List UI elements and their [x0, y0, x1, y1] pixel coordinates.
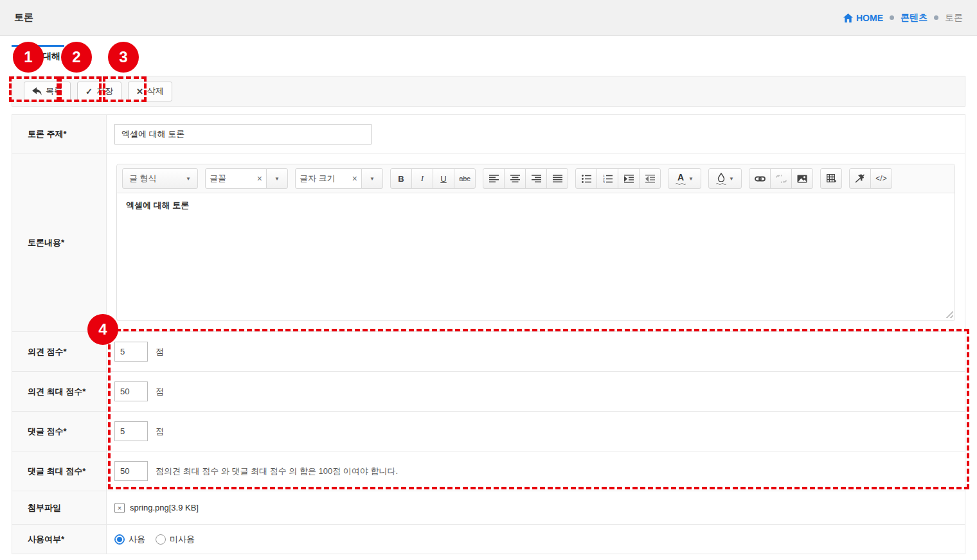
- align-right-button[interactable]: [525, 168, 547, 189]
- list-button-label: 목록: [46, 85, 62, 97]
- breadcrumb-separator-icon: [890, 15, 894, 20]
- opinion-max-score-label: 의견 최대 점수*: [12, 372, 107, 411]
- font-size-dropdown[interactable]: ▼: [361, 168, 383, 189]
- comment-max-score-unit: 점: [156, 466, 164, 477]
- comment-score-input[interactable]: [114, 421, 148, 441]
- usage-option-use[interactable]: 사용: [114, 534, 145, 545]
- strikethrough-button[interactable]: abc: [454, 168, 476, 189]
- usage-option-unuse[interactable]: 미사용: [156, 534, 195, 545]
- comment-score-label: 댓글 점수*: [12, 412, 107, 451]
- unlink-icon: [776, 175, 787, 183]
- highlight-color-dropdown[interactable]: ▼: [708, 168, 742, 189]
- radio-selected-icon[interactable]: [114, 534, 125, 545]
- svg-text:3: 3: [603, 180, 605, 183]
- tab-discussion-title[interactable]: 엑셀에 대해: [12, 45, 64, 68]
- opinion-score-label: 의견 점수*: [12, 332, 107, 371]
- numbered-list-button[interactable]: 123: [596, 168, 618, 189]
- action-toolbar: 목록 ✓ 저장 ✕ 삭제: [12, 76, 965, 107]
- paragraph-format-label: 글 형식: [129, 173, 157, 184]
- breadcrumb-separator-icon: [934, 15, 938, 20]
- align-center-icon: [510, 175, 520, 183]
- delete-button[interactable]: ✕ 삭제: [128, 82, 172, 101]
- underline-button[interactable]: U: [433, 168, 454, 189]
- align-left-button[interactable]: [483, 168, 505, 189]
- clear-font-icon[interactable]: ×: [257, 173, 262, 184]
- bullet-list-button[interactable]: [575, 168, 597, 189]
- outdent-button[interactable]: [639, 168, 661, 189]
- font-size-label: 글자 크기: [300, 173, 336, 184]
- topic-label: 토론 주제*: [12, 115, 107, 153]
- indent-button[interactable]: [618, 168, 640, 189]
- opinion-score-input[interactable]: [114, 342, 148, 362]
- attachment-delete-icon[interactable]: ×: [114, 503, 125, 513]
- font-color-icon: A: [676, 173, 686, 185]
- editor-content[interactable]: 엑셀에 대해 토론: [117, 193, 955, 319]
- code-view-button[interactable]: </>: [870, 168, 892, 189]
- usage-label: 사용여부*: [12, 525, 107, 554]
- paragraph-format-dropdown[interactable]: 글 형식 ▼: [122, 168, 198, 189]
- resize-handle[interactable]: [944, 309, 953, 318]
- comment-score-row: 댓글 점수* 점: [12, 412, 965, 451]
- opinion-max-score-unit: 점: [156, 386, 164, 398]
- list-button[interactable]: 목록: [24, 82, 71, 101]
- font-family-dropdown[interactable]: ▼: [266, 168, 288, 189]
- italic-button[interactable]: I: [411, 168, 433, 189]
- chevron-down-icon: ▼: [370, 176, 375, 182]
- bullet-list-icon: [582, 175, 591, 183]
- content-row: 토론내용* 글 형식 ▼ 글꼴 ×: [12, 153, 965, 332]
- chevron-down-icon: ▼: [186, 176, 191, 182]
- font-family-label: 글꼴: [210, 173, 226, 184]
- usage-row: 사용여부* 사용 미사용: [12, 525, 965, 554]
- comment-max-score-row: 댓글 최대 점수* 점의견 최대 점수 와 댓글 최대 점수 의 합은 100점…: [12, 451, 965, 491]
- insert-table-button[interactable]: [820, 168, 842, 189]
- align-justify-icon: [553, 175, 562, 183]
- font-family-field[interactable]: 글꼴 ×: [205, 168, 267, 189]
- align-center-button[interactable]: [504, 168, 526, 189]
- home-icon: [843, 13, 853, 22]
- topic-row: 토론 주제*: [12, 115, 965, 153]
- align-right-icon: [532, 175, 541, 183]
- attachment-label: 첨부파일: [12, 491, 107, 524]
- insert-link-button[interactable]: [749, 168, 771, 189]
- usage-option-use-label: 사용: [129, 534, 145, 545]
- content-label: 토론내용*: [12, 153, 107, 331]
- attachment-item: × spring.png[3.9 KB]: [114, 503, 199, 513]
- insert-image-button[interactable]: [791, 168, 813, 189]
- breadcrumb-section-link[interactable]: 콘텐츠: [901, 12, 928, 24]
- align-justify-button[interactable]: [546, 168, 568, 189]
- chevron-down-icon: ▼: [729, 176, 734, 182]
- save-button-label: 저장: [96, 85, 113, 97]
- breadcrumb: HOME 콘텐츠 토론: [843, 12, 963, 24]
- font-size-field[interactable]: 글자 크기 ×: [295, 168, 362, 189]
- breadcrumb-current: 토론: [945, 12, 963, 24]
- font-color-dropdown[interactable]: A ▼: [668, 168, 701, 189]
- align-left-icon: [489, 175, 499, 183]
- rich-text-editor: 글 형식 ▼ 글꼴 × ▼: [116, 164, 955, 321]
- breadcrumb-home-label: HOME: [856, 13, 883, 23]
- breadcrumb-home-link[interactable]: HOME: [843, 13, 883, 23]
- topic-input[interactable]: [114, 124, 372, 144]
- chevron-down-icon: ▼: [274, 176, 280, 182]
- font-color-letter: A: [677, 173, 684, 182]
- remove-link-button[interactable]: [770, 168, 792, 189]
- clear-size-icon[interactable]: ×: [352, 173, 357, 184]
- comment-max-score-label: 댓글 최대 점수*: [12, 451, 107, 491]
- radio-unselected-icon[interactable]: [156, 534, 166, 545]
- attachment-filename[interactable]: spring.png[3.9 KB]: [130, 503, 199, 512]
- opinion-max-score-input[interactable]: [114, 381, 148, 401]
- outdent-icon: [645, 175, 655, 183]
- clear-format-button[interactable]: [849, 168, 871, 189]
- editor-toolbar: 글 형식 ▼ 글꼴 × ▼: [117, 164, 955, 193]
- opinion-max-score-row: 의견 최대 점수* 점: [12, 372, 965, 412]
- save-button[interactable]: ✓ 저장: [77, 82, 121, 101]
- code-icon: </>: [875, 174, 886, 183]
- attachment-row: 첨부파일 × spring.png[3.9 KB]: [12, 491, 965, 525]
- table-icon: [827, 174, 836, 183]
- comment-max-score-input[interactable]: [114, 461, 148, 481]
- bold-button[interactable]: B: [390, 168, 412, 189]
- comment-score-unit: 점: [156, 426, 164, 437]
- page-title: 토론: [14, 12, 33, 24]
- clear-format-icon: [855, 174, 865, 183]
- indent-icon: [624, 175, 634, 183]
- x-icon: ✕: [136, 87, 143, 96]
